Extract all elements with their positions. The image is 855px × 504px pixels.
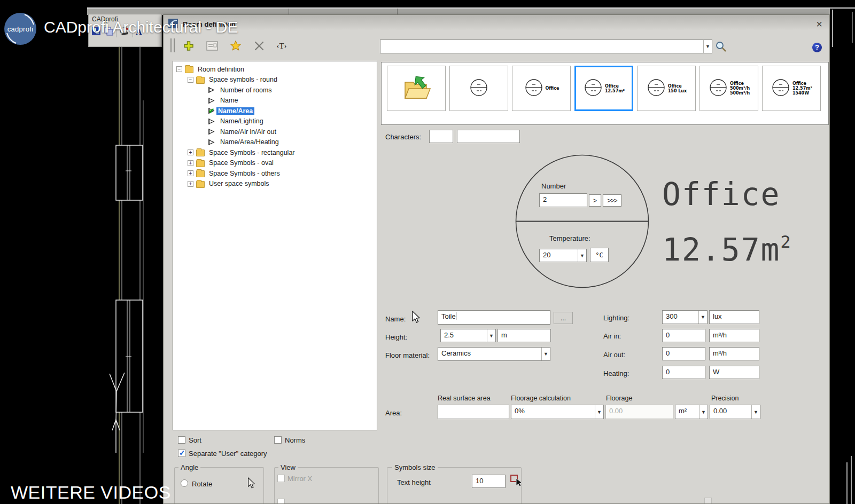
precision-header: Precision [711,395,739,402]
thumbnail-symbol-Office[interactable]: Office [512,66,571,111]
chevron-down-icon[interactable]: ▼ [703,40,712,53]
collapse-icon[interactable]: − [188,77,193,83]
tree-item-space-symbols-others[interactable]: +Space Symbols - others [173,168,377,179]
number-label: Number [541,182,566,190]
more-videos-label[interactable]: WEITERE VIDEOS [11,482,171,503]
tree-item-user-space-symbols[interactable]: +User space symbols [173,179,377,190]
expand-icon[interactable]: + [188,160,193,166]
tree-spacer [199,119,205,124]
precision-value: 0.00 [710,405,751,419]
delete-icon[interactable] [252,39,266,53]
text-symbol-icon[interactable]: ‹T› [275,39,289,53]
height-combobox[interactable]: 2.5 ▼ [440,329,496,342]
folder-icon [196,160,205,167]
number-next-button[interactable]: > [589,194,601,207]
search-combobox[interactable]: ▼ [380,40,712,53]
chevron-down-icon[interactable]: ▼ [578,249,586,262]
video-title[interactable]: CADprofi Architectural - DE [44,18,238,36]
tree-item-name-area[interactable]: ✔Name/Area [173,106,377,116]
toolbar-drag-handle[interactable] [170,38,175,52]
search-value[interactable] [380,40,703,53]
chevron-down-icon[interactable]: ▼ [698,311,707,324]
tree-item-name[interactable]: Name [173,96,377,106]
floor-material-combobox[interactable]: Ceramics ▼ [438,347,550,361]
temperature-unit-button[interactable]: °C [590,248,609,262]
air-in-input[interactable]: 0 [662,329,705,342]
name-input[interactable]: Toile [438,310,550,325]
search-icon[interactable] [715,41,727,54]
tree-item-name-lighting[interactable]: Name/Lighting [173,116,377,127]
room-definition-dialog: Room definition × ‹T› ▼ ? −Room definiti… [163,14,830,504]
form-icon[interactable] [205,39,219,53]
tree-item-space-symbols-rectangular[interactable]: +Space Symbols - rectangular [173,147,377,158]
folder-icon [196,181,205,188]
mirror-x-checkbox[interactable] [277,475,285,482]
tree-item-number-of-rooms[interactable]: Number of rooms [173,85,377,96]
check-mark-icon: ✔ [208,107,214,115]
cad-drawing-right-sliver [830,7,855,504]
expand-icon[interactable]: + [188,170,193,176]
chevron-down-icon[interactable]: ▼ [751,405,760,419]
expand-icon[interactable]: + [188,181,193,187]
mirror-y-checkbox-partial[interactable] [277,499,285,504]
temperature-combobox[interactable]: 20 ▼ [539,249,587,262]
lighting-combobox[interactable]: 300 ▼ [662,310,708,324]
tree-item-space-symbols-oval[interactable]: +Space Symbols - oval [173,158,377,169]
tree-item-space-symbols-round[interactable]: −Space symbols - round [173,75,377,85]
thumbnail-caption: Office12.57m²1540W [792,81,812,96]
text-height-input[interactable]: 10 [472,475,506,488]
favorites-star-icon[interactable] [229,39,243,53]
sort-checkbox[interactable] [178,436,185,444]
folder-icon [196,149,205,156]
thumbnail-symbol-Office-12.57m²[interactable]: Office12.57m² [574,66,633,111]
separate-user-category-checkbox[interactable]: ✓ [178,450,185,457]
rotate-label: Rotate [192,480,212,488]
tree-item-room-definition[interactable]: −Room definition [173,64,377,75]
name-browse-button[interactable]: ... [554,312,573,324]
chevron-down-icon[interactable]: ▼ [699,405,708,419]
chevron-down-icon[interactable]: ▼ [541,348,550,360]
faint-bottom-checkbox[interactable] [704,498,712,504]
area-unit-combobox[interactable]: m² ▼ [675,405,708,419]
pick-on-screen-icon[interactable] [510,473,524,489]
real-surface-area-input[interactable] [438,405,509,419]
norms-checkbox[interactable] [274,436,282,444]
air-out-input[interactable]: 0 [662,347,705,360]
air-out-unit-field[interactable]: m³/h [709,347,759,360]
chevron-down-icon[interactable]: ▼ [595,405,603,419]
floorage-calculation-combobox[interactable]: 0% ▼ [511,405,604,419]
heating-unit-field[interactable]: W [709,366,759,379]
tree-item-name-area-heating[interactable]: Name/Area/Heating [173,137,377,148]
precision-combobox[interactable]: 0.00 ▼ [710,405,760,419]
heating-input[interactable]: 0 [662,366,705,379]
folder-icon [185,66,193,73]
add-icon[interactable] [182,39,196,53]
air-in-unit-field[interactable]: m³/h [709,329,759,342]
number-auto-button[interactable]: >>> [603,194,621,207]
thumbnail-symbol-Office-500m³/h-500m³/h[interactable]: Office500m³/h500m³/h [699,66,758,111]
rotate-radio[interactable] [181,479,188,487]
close-icon[interactable]: × [813,18,826,30]
thumbnail-symbol-blank[interactable] [449,66,508,111]
temperature-label: Temperature: [549,234,590,242]
tree-item-label: User space symbols [207,180,271,187]
name-label: Name: [385,315,406,323]
collapse-icon[interactable]: − [176,66,182,72]
room-symbol-icon [646,77,666,99]
number-input[interactable]: 2 [539,193,587,207]
height-value: 2.5 [441,329,487,342]
lighting-unit-field[interactable]: lux [709,310,759,324]
chevron-down-icon[interactable]: ▼ [487,329,495,342]
tree-item-name-air-in-air-out[interactable]: Name/Air in/Air out [173,127,377,137]
characters-field-2[interactable] [457,130,520,143]
floorage-calculation-value: 0% [511,405,595,419]
height-unit-field[interactable]: m [498,329,551,342]
thumbnail-symbol-Office-150 Lux[interactable]: Office150 Lux [637,66,696,111]
thumbnail-symbol-Office-12.57m²-1540W[interactable]: Office12.57m²1540W [762,66,821,111]
thumbnail-folder-up[interactable] [387,66,446,111]
dialog-titlebar[interactable]: Room definition [164,15,829,33]
expand-icon[interactable]: + [188,149,193,155]
area-unit-value: m² [675,405,699,419]
characters-field-1[interactable] [429,130,453,143]
help-icon[interactable]: ? [812,43,822,52]
